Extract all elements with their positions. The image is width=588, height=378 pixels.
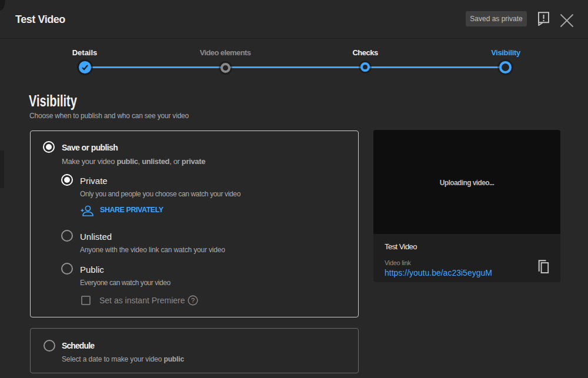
svg-text:?: ? — [191, 297, 195, 304]
